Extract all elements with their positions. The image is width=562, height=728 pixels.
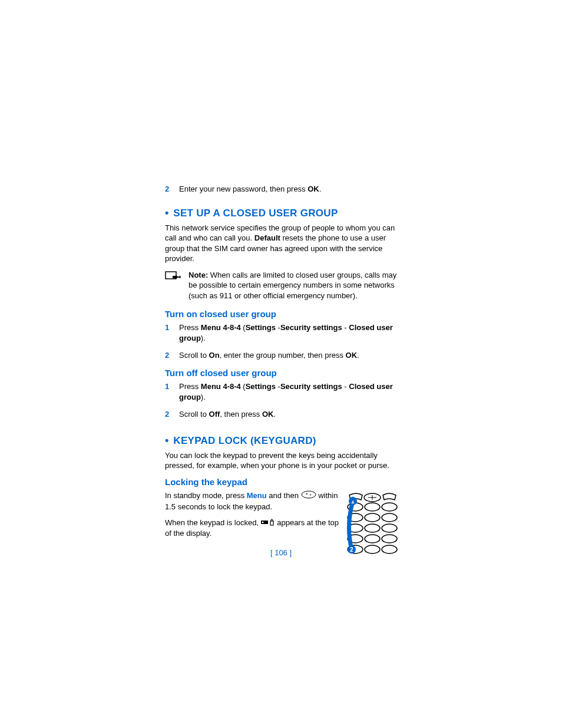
lock-key-icon [261, 518, 275, 529]
section-heading: KEYPAD LOCK (KEYGUARD) [173, 435, 316, 447]
page-number: [ 106 ] [0, 548, 562, 557]
security-label: Security settings [280, 323, 342, 332]
step-item: 2 Scroll to On, enter the group number, … [165, 350, 401, 361]
text: and then [267, 491, 301, 500]
text: When the keypad is locked, [165, 518, 261, 527]
text: . [273, 410, 276, 419]
text: Enter your new password, then press [179, 185, 308, 193]
svg-text:*: * [306, 492, 308, 498]
text: - [342, 382, 349, 391]
svg-point-13 [382, 513, 397, 522]
subsection-heading: Locking the keypad [165, 477, 401, 487]
off-label: Off [209, 410, 220, 419]
svg-point-9 [365, 503, 380, 511]
svg-point-1 [302, 491, 316, 498]
step-item: 1 Press Menu 4-8-4 (Settings -Security s… [165, 322, 401, 343]
step-text: Scroll to On, enter the group number, th… [179, 350, 359, 361]
default-label: Default [254, 233, 280, 242]
svg-point-10 [382, 503, 397, 511]
section-heading: SET UP A CLOSED USER GROUP [173, 207, 338, 219]
note-text: Note: When calls are limited to closed u… [189, 270, 401, 301]
step-number: 2 [165, 184, 176, 195]
locking-text: In standby mode, press Menu and then *+ … [165, 490, 345, 545]
svg-point-16 [382, 524, 397, 532]
text: , enter the group number, then press [220, 351, 346, 360]
section-heading-row: • SET UP A CLOSED USER GROUP [165, 207, 401, 219]
text: . [319, 185, 322, 193]
step-number: 1 [165, 381, 176, 402]
bullet-icon: • [165, 435, 168, 447]
paragraph: When the keypad is locked, appears at th… [165, 518, 339, 539]
text: ( [241, 382, 246, 391]
note-label: Note: [189, 271, 208, 279]
svg-point-15 [365, 524, 380, 532]
step-text: Press Menu 4-8-4 (Settings -Security set… [179, 381, 401, 402]
step-number: 2 [165, 409, 176, 420]
settings-label: Settings [246, 382, 276, 391]
text: ( [241, 323, 246, 332]
subsection-heading: Turn off closed user group [165, 368, 401, 378]
locking-row: In standby mode, press Menu and then *+ … [165, 490, 401, 557]
text: Scroll to [179, 410, 209, 419]
note-arrow-icon [165, 270, 183, 286]
ok-label: OK [262, 410, 274, 419]
step-item: 1 Press Menu 4-8-4 (Settings -Security s… [165, 381, 401, 402]
step-number: 2 [165, 350, 176, 361]
paragraph: In standby mode, press Menu and then *+ … [165, 490, 339, 512]
svg-point-18 [365, 535, 380, 543]
step-text: Enter your new password, then press OK. [179, 184, 321, 195]
svg-rect-6 [270, 521, 273, 525]
menu-path: Menu 4-8-4 [201, 323, 241, 332]
on-label: On [209, 351, 220, 360]
phone-keypad-illustration: 1 2 [345, 490, 401, 557]
text: ). [201, 334, 206, 342]
text: - [276, 323, 280, 332]
text: . [357, 351, 359, 360]
svg-point-5 [262, 521, 263, 523]
ok-label: OK [308, 185, 319, 193]
ok-label: OK [346, 351, 358, 360]
step-number: 1 [165, 322, 176, 343]
svg-point-19 [382, 535, 397, 543]
document-page: 2 Enter your new password, then press OK… [0, 0, 562, 728]
text: Press [179, 323, 201, 332]
svg-text:+: + [309, 493, 312, 497]
svg-point-12 [365, 513, 380, 522]
security-label: Security settings [280, 382, 342, 391]
subsection-heading: Turn on closed user group [165, 309, 401, 319]
settings-label: Settings [246, 323, 276, 332]
text: In standby mode, press [165, 491, 247, 500]
step-text: Press Menu 4-8-4 (Settings -Security set… [179, 322, 401, 343]
section-heading-row: • KEYPAD LOCK (KEYGUARD) [165, 435, 401, 447]
star-key-icon: *+ [301, 490, 316, 502]
paragraph: You can lock the keypad to prevent the k… [165, 450, 401, 471]
text: Scroll to [179, 351, 209, 360]
paragraph: This network service specifies the group… [165, 223, 401, 264]
text: - [276, 382, 280, 391]
step-item: 2 Scroll to Off, then press OK. [165, 409, 401, 420]
content-area: 2 Enter your new password, then press OK… [165, 184, 401, 557]
menu-path: Menu 4-8-4 [201, 382, 241, 391]
text: Press [179, 382, 201, 391]
text: , then press [220, 410, 262, 419]
note-row: Note: When calls are limited to closed u… [165, 270, 401, 301]
text: When calls are limited to closed user gr… [189, 271, 396, 300]
step-item: 2 Enter your new password, then press OK… [165, 184, 401, 195]
text: ). [201, 393, 206, 401]
step-text: Scroll to Off, then press OK. [179, 409, 276, 420]
text: - [342, 323, 349, 332]
menu-label: Menu [247, 491, 267, 500]
bullet-icon: • [165, 207, 168, 219]
